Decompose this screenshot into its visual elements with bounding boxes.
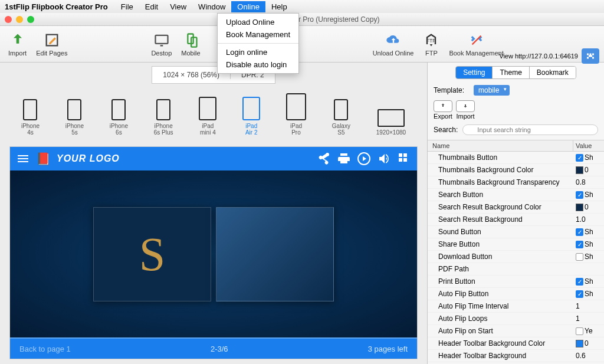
device-row: iPhone 4siPhone 5siPhone 6siPhone 6s Plu… bbox=[0, 84, 427, 142]
book-icon: 📕 bbox=[36, 152, 51, 166]
col-value: Value bbox=[573, 140, 604, 151]
svg-rect-0 bbox=[155, 35, 168, 43]
property-table: Name Value Thumbnails Button✓ShThumbnail… bbox=[428, 140, 604, 364]
prop-row[interactable]: Search Result Background1.0 bbox=[428, 214, 604, 226]
menu-edit[interactable]: Edit bbox=[139, 1, 164, 12]
prop-row[interactable]: Auto Flip Button✓Sh bbox=[428, 288, 604, 300]
prop-row[interactable]: Thumbnails Background Color0 bbox=[428, 164, 604, 176]
template-select[interactable]: mobile bbox=[474, 85, 510, 96]
book-management-button[interactable]: Book Management bbox=[445, 32, 507, 57]
preview: 📕 YOUR LOGO Back to page 1 2-3/6 3 bbox=[9, 146, 418, 359]
dd-book-management[interactable]: Book Management bbox=[218, 28, 298, 41]
menu-help[interactable]: Help bbox=[265, 1, 293, 12]
menu-window[interactable]: Window bbox=[192, 1, 231, 12]
online-dropdown: Upload OnlineBook ManagementLogin online… bbox=[217, 13, 299, 74]
device-ipad[interactable]: iPad Pro bbox=[284, 91, 308, 138]
col-name: Name bbox=[428, 140, 573, 151]
destop-button[interactable]: Destop bbox=[147, 32, 175, 57]
footer-pages: 2-3/6 bbox=[211, 345, 228, 353]
prop-row[interactable]: Auto Flip on StartYe bbox=[428, 325, 604, 337]
prop-row[interactable]: Search Button✓Sh bbox=[428, 189, 604, 201]
import-button[interactable]: Import bbox=[5, 32, 30, 57]
mobile-button[interactable]: Mobile bbox=[178, 32, 203, 57]
view-url: View http://127.0.0.1:64619 bbox=[499, 53, 578, 60]
menubar: 1stFlip Flipbook Creator Pro FileEditVie… bbox=[0, 0, 604, 13]
prop-row[interactable]: Auto Flip Loops1 bbox=[428, 313, 604, 325]
prop-row[interactable]: Thumbnails Button✓Sh bbox=[428, 152, 604, 164]
tab-setting[interactable]: Setting bbox=[456, 67, 492, 78]
play-icon[interactable] bbox=[357, 152, 371, 166]
menu-icon[interactable] bbox=[16, 152, 30, 166]
footer-right: 3 pages left bbox=[368, 345, 408, 353]
grid-icon[interactable] bbox=[397, 152, 411, 166]
device-iphone[interactable]: iPhone 6s Plus bbox=[152, 97, 176, 138]
flipbook-body[interactable] bbox=[10, 170, 417, 337]
prop-row[interactable]: Header Toolbar Background0.6 bbox=[428, 350, 604, 362]
left-area: 1024 × 768 (56%) DPR: 2 iPhone 4siPhone … bbox=[0, 63, 427, 364]
app-name: 1stFlip Flipbook Creator Pro bbox=[5, 2, 108, 11]
menu-view[interactable]: View bbox=[164, 1, 192, 12]
window: 1stFlip Flipbook Creator Pro (Unregister… bbox=[0, 13, 604, 364]
network-icon[interactable] bbox=[582, 48, 599, 64]
prop-row[interactable]: Download ButtonSh bbox=[428, 251, 604, 263]
prop-row[interactable]: Sound Button✓Sh bbox=[428, 226, 604, 238]
tab-theme[interactable]: Theme bbox=[492, 67, 528, 78]
prop-row[interactable]: Share Button✓Sh bbox=[428, 238, 604, 251]
device-1920-1080[interactable]: 1920×1080 bbox=[374, 107, 408, 138]
unload-online-button[interactable]: Unload Online bbox=[369, 32, 418, 57]
template-label: Template: bbox=[434, 86, 470, 94]
import-button[interactable]: Import bbox=[456, 100, 475, 120]
content: 1024 × 768 (56%) DPR: 2 iPhone 4siPhone … bbox=[0, 63, 604, 364]
page-left bbox=[93, 207, 211, 301]
logo-text: YOUR LOGO bbox=[57, 153, 120, 164]
device-iphone[interactable]: iPhone 6s bbox=[107, 97, 130, 138]
device-iphone[interactable]: iPhone 4s bbox=[19, 97, 42, 138]
dd-disable-auto-login[interactable]: Disable auto login bbox=[218, 58, 298, 71]
device-galaxy[interactable]: Galaxy S5 bbox=[330, 97, 353, 138]
titlebar: 1stFlip Flipbook Creator Pro (Unregister… bbox=[0, 13, 604, 26]
page-right bbox=[216, 207, 334, 301]
share-icon[interactable] bbox=[317, 152, 331, 166]
tab-bookmark[interactable]: Bookmark bbox=[529, 67, 576, 78]
panel-tabs: SettingThemeBookmark bbox=[455, 66, 576, 79]
prop-row[interactable]: Search Result Background Color0 bbox=[428, 201, 604, 214]
footer-back[interactable]: Back to page 1 bbox=[19, 345, 71, 353]
ftp-button[interactable]: FTPFTP bbox=[419, 32, 443, 57]
print-icon[interactable] bbox=[337, 152, 351, 166]
prop-row[interactable]: Auto Flip Time Interval1 bbox=[428, 300, 604, 313]
window-title: 1stFlip Flipbook Creator Pro (Unregister… bbox=[6, 15, 599, 24]
device-ipad[interactable]: iPad mini 4 bbox=[196, 94, 219, 138]
prop-row[interactable]: Header Toolbar Background Color0 bbox=[428, 337, 604, 350]
sound-icon[interactable] bbox=[377, 152, 391, 166]
dd-login-online[interactable]: Login online bbox=[218, 46, 298, 58]
flipbook-footer: Back to page 1 2-3/6 3 pages left bbox=[10, 337, 417, 359]
prop-row[interactable]: Print Button✓Sh bbox=[428, 276, 604, 288]
dd-upload-online[interactable]: Upload Online bbox=[218, 16, 298, 28]
toolbar: ImportEdit Pages DestopMobile Unload Onl… bbox=[0, 26, 604, 63]
right-panel: SettingThemeBookmark Template: mobile Ex… bbox=[427, 63, 604, 364]
flipbook-header: 📕 YOUR LOGO bbox=[10, 147, 417, 170]
prop-row[interactable]: Thumbnails Background Transparency0.8 bbox=[428, 176, 604, 189]
export-button[interactable]: Export bbox=[434, 100, 452, 120]
svg-text:FTP: FTP bbox=[427, 38, 436, 43]
device-ipad[interactable]: iPad Air 2 bbox=[240, 94, 262, 138]
menu-online[interactable]: Online bbox=[231, 1, 265, 12]
search-input[interactable] bbox=[462, 124, 598, 135]
search-label: Search: bbox=[434, 126, 458, 134]
device-iphone[interactable]: iPhone 5s bbox=[63, 97, 86, 138]
edit-pages-button[interactable]: Edit Pages bbox=[32, 32, 71, 57]
prop-row[interactable]: PDF Path bbox=[428, 263, 604, 276]
menu-file[interactable]: File bbox=[115, 1, 139, 12]
